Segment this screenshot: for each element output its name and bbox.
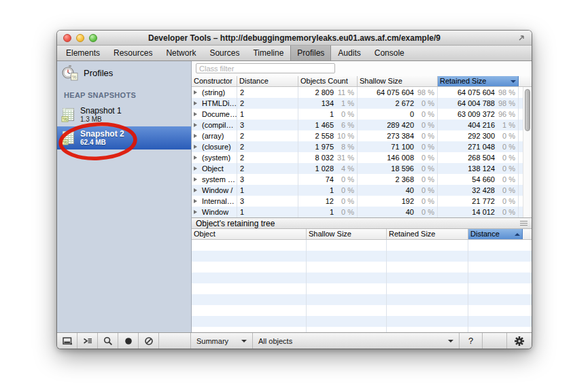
statusbar-spacer [483,333,507,349]
retained-size-percent: 0 % [495,174,515,185]
tab-elements[interactable]: Elements [59,46,107,60]
vertical-scrollbar[interactable] [523,87,532,217]
tab-console[interactable]: Console [368,46,411,60]
table-row[interactable]: HTMLDi…21341 %2 6720 %64 004 78898 % [192,98,532,109]
retained-size-cell: 21 7720 % [438,196,519,207]
window-title: Developer Tools – http://debuggingmemory… [148,33,440,43]
table-row[interactable]: system …3740 %2 3680 %54 6600 % [192,174,532,185]
tab-audits[interactable]: Audits [331,46,367,60]
shallow-size-cell: 1920 % [358,196,438,207]
tab-timeline[interactable]: Timeline [246,46,290,60]
constructor-label: Docume… [202,109,237,120]
column-header-distance[interactable]: Distance [468,229,523,239]
help-button[interactable]: ? [460,333,483,349]
disclosure-triangle-icon [194,123,199,127]
table-row[interactable]: Object21 0284 %18 5960 %138 1240 % [192,163,532,174]
dock-side-button[interactable] [57,333,77,349]
column-header-label: Retained Size [389,229,466,239]
objects-count-percent: 0 % [334,174,354,185]
table-row[interactable]: (string)22 80911 %64 075 60498 %64 075 6… [192,87,532,98]
column-header-shallow-size[interactable]: Shallow Size [358,76,438,86]
snapshot-item-snapshot-2[interactable]: % Snapshot 262.4 MB [57,126,191,149]
shallow-size-value: 18 596 [360,163,414,174]
retained-size-cell: 64 075 60498 % [438,87,519,98]
constructor-cell: Docume… [192,109,237,120]
table-row[interactable]: (compil…31 4656 %289 4200 %404 2161 % [192,120,532,130]
objects-filter-label: All objects [258,337,292,345]
retained-size-cell: 63 009 37296 % [438,109,519,120]
retained-size-percent: 0 % [495,185,515,196]
clear-icon [143,336,154,347]
retained-size-percent: 98 % [495,87,515,98]
retained-size-cell: 64 004 78898 % [438,98,519,109]
distance-cell: 2 [237,87,298,98]
settings-button[interactable] [507,333,532,349]
close-window-button[interactable] [63,34,71,42]
tab-resources[interactable]: Resources [107,46,159,60]
shallow-size-percent: 0 % [414,120,434,130]
column-header-shallow-size[interactable]: Shallow Size [307,229,387,239]
show-console-button[interactable] [77,333,98,349]
shallow-size-percent: 0 % [414,130,434,141]
objects-filter-select[interactable]: All objects [253,333,460,349]
table-row[interactable]: Docume…110 %00 %63 009 37296 % [192,109,532,120]
column-header-distance[interactable]: Distance [237,76,298,86]
constructor-label: (system) [202,152,230,163]
record-button[interactable] [118,333,139,349]
pane-menu-icon[interactable] [520,221,528,226]
objects-count-value: 12 [301,196,334,207]
retained-size-percent: 0 % [495,207,515,217]
retained-size-cell: 138 1240 % [438,163,519,174]
column-header-retained-size[interactable]: Retained Size [438,76,519,86]
minimize-window-button[interactable] [76,34,84,42]
column-header-retained-size[interactable]: Retained Size [387,229,468,239]
shallow-size-cell: 2 3680 % [358,174,438,185]
column-header-label: Object [194,229,304,239]
tab-profiles[interactable]: Profiles [290,46,331,60]
title-bar[interactable]: Developer Tools – http://debuggingmemory… [57,31,532,46]
objects-count-cell: 2 55810 % [298,130,358,141]
tab-network[interactable]: Network [159,46,203,60]
table-row[interactable]: (array)22 55810 %273 3840 %292 3000 % [192,130,532,141]
constructor-label: Object [202,163,224,174]
scrollbar-thumb[interactable] [525,89,530,131]
table-row[interactable]: Window110 %400 %14 0120 % [192,207,532,217]
objects-count-value: 134 [301,98,334,109]
column-header-label: Retained Size [440,76,509,86]
column-header-constructor[interactable]: Constructor [192,76,237,86]
snapshot-item-snapshot-1[interactable]: % Snapshot 11.3 MB [57,103,191,126]
objects-count-percent: 0 % [334,185,354,196]
shallow-size-percent: 98 % [414,87,434,98]
zoom-window-button[interactable] [89,34,97,42]
objects-count-cell: 1341 % [298,98,358,109]
constructor-cell: (array) [192,130,237,141]
heap-snapshot-icon: % [61,107,76,122]
table-row[interactable]: (closure)21 9758 %71 1000 %271 0480 % [192,141,532,152]
clear-button[interactable] [139,333,159,349]
undock-icon[interactable] [517,33,526,43]
disclosure-triangle-icon [194,188,199,192]
constructor-cell: (compil… [192,120,237,130]
table-row[interactable]: Window /110 %400 %32 4280 % [192,185,532,196]
search-button[interactable] [98,333,118,349]
shallow-size-cell: 273 3840 % [358,130,438,141]
retained-size-percent: 98 % [495,98,515,109]
constructor-cell: (closure) [192,141,237,152]
distance-cell: 3 [237,196,298,207]
column-header-objects-count[interactable]: Objects Count [298,76,358,86]
table-row[interactable]: Internal…3120 %1920 %21 7720 % [192,196,532,207]
class-filter-input[interactable] [196,63,335,73]
column-header-object[interactable]: Object [192,229,307,239]
view-mode-select[interactable]: Summary [191,333,253,349]
constructor-label: Window [202,207,228,217]
table-row[interactable]: (system)28 03231 %146 0080 %268 5040 % [192,152,532,163]
objects-count-cell: 2 80911 % [298,87,358,98]
tab-sources[interactable]: Sources [203,46,246,60]
objects-count-value: 2 809 [301,87,334,98]
retained-size-percent: 96 % [495,109,515,120]
snapshot-name: Snapshot 2 [80,130,124,139]
shallow-size-cell: 18 5960 % [358,163,438,174]
svg-text:%: % [72,75,76,80]
content-area: % Profiles HEAP SNAPSHOTS % Snapshot 11.… [57,61,532,332]
sidebar-item-profiles[interactable]: % Profiles [57,61,191,83]
